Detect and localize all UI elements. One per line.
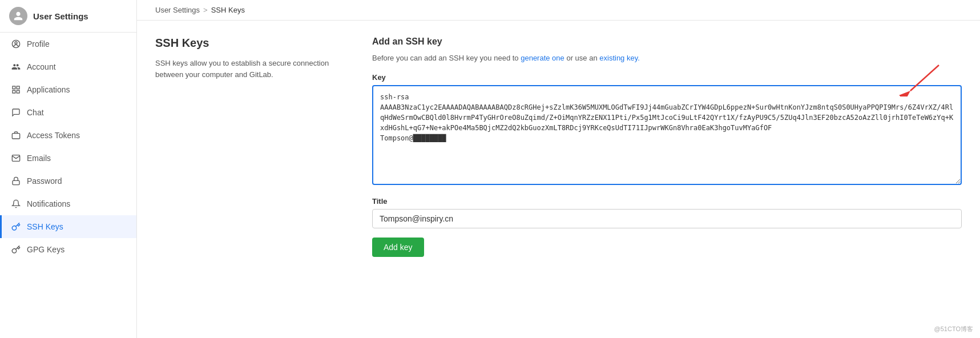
svg-rect-6	[12, 134, 19, 139]
account-icon	[11, 62, 21, 72]
breadcrumb: User Settings > SSH Keys	[137, 0, 980, 21]
emails-icon	[11, 153, 21, 163]
access-tokens-icon	[11, 130, 21, 140]
title-field: Title	[372, 197, 962, 228]
main-content: User Settings > SSH Keys SSH Keys SSH ke…	[137, 0, 980, 338]
ssh-keys-icon	[11, 222, 21, 232]
svg-rect-3	[17, 86, 19, 89]
sidebar-header: User Settings	[0, 0, 136, 33]
breadcrumb-separator: >	[203, 6, 208, 14]
sidebar-item-label: Applications	[27, 85, 70, 94]
svg-point-1	[15, 42, 17, 44]
sidebar-item-profile[interactable]: Profile	[0, 33, 136, 55]
generate-one-link[interactable]: generate one	[521, 54, 564, 62]
profile-icon	[11, 39, 21, 49]
sidebar-item-label: Notifications	[27, 199, 70, 208]
key-field-wrapper	[372, 85, 962, 187]
sidebar-item-emails[interactable]: Emails	[0, 147, 136, 170]
sidebar-item-gpg-keys[interactable]: GPG Keys	[0, 238, 136, 261]
sidebar-item-label: GPG Keys	[27, 245, 64, 254]
sidebar-item-label: Chat	[27, 108, 44, 117]
add-ssh-description: Before you can add an SSH key you need t…	[372, 53, 962, 64]
notifications-icon	[11, 199, 21, 209]
section-title: SSH Keys	[155, 37, 338, 50]
sidebar-item-access-tokens[interactable]: Access Tokens	[0, 124, 136, 147]
add-key-button[interactable]: Add key	[372, 238, 424, 257]
sidebar-item-applications[interactable]: Applications	[0, 78, 136, 101]
password-icon	[11, 176, 21, 186]
sidebar-item-label: Emails	[27, 154, 51, 163]
svg-rect-2	[13, 86, 15, 89]
sidebar-item-label: SSH Keys	[27, 222, 63, 231]
title-label: Title	[372, 197, 962, 206]
desc-before: Before you can add an SSH key you need t…	[372, 54, 519, 62]
sidebar-item-password[interactable]: Password	[0, 170, 136, 192]
sidebar-item-label: Profile	[27, 39, 50, 49]
breadcrumb-current: SSH Keys	[211, 6, 245, 14]
applications-icon	[11, 84, 21, 95]
watermark: @51CTO博客	[934, 325, 973, 333]
right-panel: Add an SSH key Before you can add an SSH…	[372, 37, 962, 322]
sidebar-item-account[interactable]: Account	[0, 55, 136, 78]
main-body: SSH Keys SSH keys allow you to establish…	[137, 21, 980, 338]
title-input[interactable]	[372, 209, 962, 228]
svg-rect-5	[17, 90, 19, 93]
sidebar: User Settings Profile Account Applicatio…	[0, 0, 137, 338]
breadcrumb-parent[interactable]: User Settings	[155, 6, 200, 14]
section-description: SSH keys allow you to establish a secure…	[155, 58, 338, 80]
sidebar-item-ssh-keys[interactable]: SSH Keys	[0, 215, 136, 238]
key-label: Key	[372, 73, 962, 82]
svg-line-11	[910, 65, 939, 91]
sidebar-title: User Settings	[33, 11, 88, 21]
svg-rect-7	[13, 180, 19, 184]
sidebar-nav: Profile Account Applications Chat Access	[0, 33, 136, 338]
left-panel: SSH Keys SSH keys allow you to establish…	[155, 37, 338, 322]
existing-key-link[interactable]: existing key.	[599, 54, 640, 62]
avatar	[9, 7, 27, 25]
sidebar-item-chat[interactable]: Chat	[0, 101, 136, 124]
sidebar-item-notifications[interactable]: Notifications	[0, 192, 136, 215]
add-ssh-title: Add an SSH key	[372, 37, 962, 47]
desc-middle: or use an	[566, 54, 597, 62]
red-arrow-key	[899, 62, 945, 96]
gpg-keys-icon	[11, 244, 21, 255]
sidebar-item-label: Access Tokens	[27, 131, 80, 140]
sidebar-item-label: Account	[27, 62, 56, 71]
key-textarea[interactable]	[372, 85, 962, 185]
chat-icon	[11, 107, 21, 118]
sidebar-item-label: Password	[27, 176, 62, 186]
svg-rect-4	[13, 90, 15, 93]
